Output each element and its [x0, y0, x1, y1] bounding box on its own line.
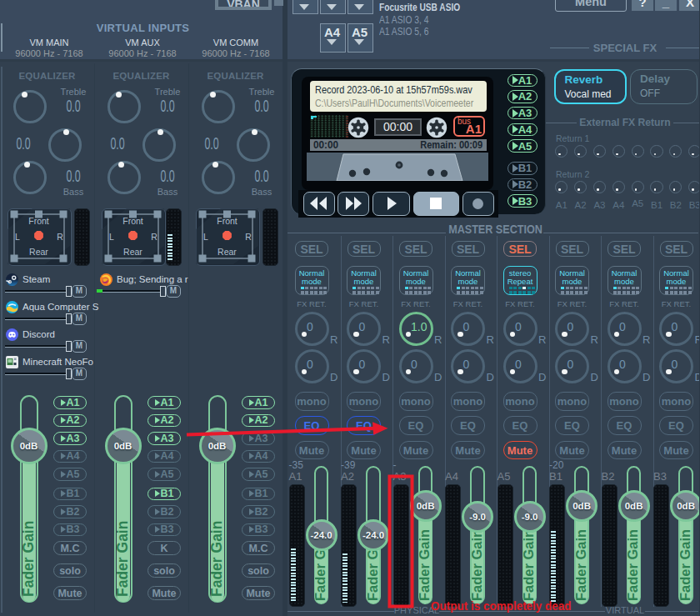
- svg-text:Rear: Rear: [218, 247, 237, 257]
- svg-text:Front: Front: [217, 216, 238, 226]
- svg-text:Fader Gain: Fader Gain: [680, 529, 692, 601]
- svg-text:Fader Gain: Fader Gain: [419, 529, 432, 601]
- svg-text:Front: Front: [122, 216, 143, 226]
- svg-text:Fader Gain: Fader Gain: [22, 521, 36, 597]
- svg-text:Fader Gain: Fader Gain: [117, 521, 130, 597]
- svg-text:Rear: Rear: [29, 247, 48, 257]
- svg-text:Fader Gain: Fader Gain: [628, 529, 640, 601]
- svg-text:Front: Front: [28, 216, 49, 226]
- svg-text:R: R: [245, 232, 252, 242]
- svg-text:Fader Gain: Fader Gain: [211, 521, 224, 597]
- svg-text:R: R: [151, 232, 158, 242]
- svg-text:L: L: [109, 232, 114, 242]
- svg-text:Rear: Rear: [123, 247, 142, 257]
- svg-text:Fader Gain: Fader Gain: [472, 529, 484, 601]
- svg-text:L: L: [15, 232, 20, 242]
- svg-text:Fader Gain: Fader Gain: [576, 529, 588, 601]
- svg-text:Fader Gain: Fader Gain: [523, 529, 536, 601]
- svg-text:L: L: [203, 232, 208, 242]
- svg-text:R: R: [57, 232, 63, 242]
